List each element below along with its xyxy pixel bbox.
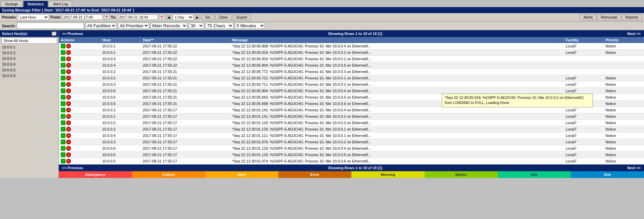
period-prev-btn[interactable]: ◀ [166,15,171,20]
action-green-icon[interactable]: ! [61,44,66,48]
action-green-icon[interactable]: ! [61,95,66,100]
period-next-btn[interactable]: ▶ [195,15,200,20]
action-red-icon[interactable]: ✕ [66,140,71,144]
facilities-select[interactable]: All Facilities Local7 [85,23,117,29]
action-green-icon[interactable]: ! [61,152,66,157]
sidebar-host-1[interactable]: 10.0.0.1 [0,44,58,50]
table-row[interactable]: !✕10.0.0.12017-09-21 17:55:22*Sep 22 12:… [59,43,644,49]
status-emergency[interactable]: Emergency [59,171,132,178]
cell-message[interactable]: *Sep 22 12:30:05.808: %OSPF-5-ADJCHG: Pr… [230,43,564,49]
col-actions[interactable]: Actions [59,37,100,43]
cell-message[interactable]: *Sep 22 12:30:01.133: %OSPF-5-ADJCHG: Pr… [230,152,564,158]
action-green-icon[interactable]: ! [61,63,66,68]
table-row[interactable]: !✕10.0.0.12017-09-21 17:55:17*Sep 22 12:… [59,113,644,120]
table-row[interactable]: !✕10.0.0.22017-09-21 17:55:17*Sep 22 12:… [59,120,644,126]
action-red-icon[interactable]: ✕ [66,146,71,151]
action-green-icon[interactable]: ! [61,57,66,61]
to-input[interactable] [118,14,158,20]
cell-message[interactable]: *Sep 22 12:30:05.711: %OSPF-5-ADJCHG: Pr… [230,81,564,88]
table-row[interactable]: !✕10.0.0.32017-09-21 17:55:21*Sep 22 12:… [59,81,644,88]
action-red-icon[interactable]: ✕ [66,82,71,87]
rows-select[interactable]: 30 50 100 [189,23,204,29]
action-green-icon[interactable]: ! [61,140,66,144]
action-red-icon[interactable]: ✕ [66,114,71,119]
presets-select[interactable]: Last Hour Last 24 Hours Last Week [18,14,49,20]
action-red-icon[interactable]: ✕ [66,88,71,93]
action-red-icon[interactable]: ✕ [66,44,71,48]
cell-message[interactable]: *Sep 22 12:30:05.804: %OSPF-5-ADJCHG: Pr… [230,62,564,69]
action-red-icon[interactable]: ✕ [66,50,71,55]
clear-button[interactable]: Clear [215,14,231,20]
refresh-select[interactable]: 5 Minutes 1 Minute No Refresh [235,23,265,29]
next-button-bottom[interactable]: Next >> [624,165,644,171]
table-row[interactable]: !✕10.0.0.12017-09-21 17:55:17*Sep 22 12:… [59,107,644,113]
cell-message[interactable]: *Sep 22 12:30:01.133: %OSPF-5-ADJCHG: Pr… [230,120,564,126]
action-red-icon[interactable]: ✕ [66,101,71,106]
action-green-icon[interactable]: ! [61,159,66,163]
action-green-icon[interactable]: ! [61,120,66,125]
status-notice[interactable]: Notice [425,171,498,178]
go-button[interactable]: Go [202,14,214,20]
cell-message[interactable]: *Sep 22 12:30:01.111: %OSPF-5-ADJCHG: Pr… [230,133,564,139]
action-green-icon[interactable]: ! [61,133,66,138]
view-select[interactable]: Main Records Detail Records [151,23,187,29]
removals-button[interactable]: Removals [597,14,621,20]
sidebar-scroll-up[interactable]: ▲ [52,32,56,36]
table-row[interactable]: !✕10.0.0.22017-09-21 17:55:21*Sep 22 12:… [59,75,644,81]
next-button-top[interactable]: Next >> [624,30,644,37]
action-red-icon[interactable]: ✕ [66,76,71,80]
table-row[interactable]: !✕10.0.0.12017-09-21 17:55:22*Sep 22 12:… [59,49,644,56]
table-row[interactable]: !✕10.0.0.42017-09-21 17:55:22*Sep 22 12:… [59,56,644,62]
action-red-icon[interactable]: ✕ [66,57,71,61]
tab-syslogs[interactable]: Syslogs [1,1,23,7]
action-red-icon[interactable]: ✕ [66,159,71,163]
action-red-icon[interactable]: ✕ [66,69,71,74]
sidebar-host-6[interactable]: 10.0.0.6 [0,73,58,79]
prev-button-top[interactable]: << Previous [59,30,86,37]
table-row[interactable]: !✕10.0.0.22017-09-21 17:55:21*Sep 22 12:… [59,69,644,75]
action-red-icon[interactable]: ✕ [66,95,71,100]
action-red-icon[interactable]: ✕ [66,127,71,132]
table-row[interactable]: !✕10.0.0.52017-09-21 17:55:17*Sep 22 12:… [59,158,644,165]
table-row[interactable]: !✕10.0.0.62017-09-21 17:55:17*Sep 22 12:… [59,152,644,158]
action-green-icon[interactable]: ! [61,50,66,55]
table-row[interactable]: !✕10.0.0.62017-09-21 17:55:17*Sep 22 12:… [59,145,644,152]
sidebar-show-all[interactable]: Show All Hosts [1,38,57,44]
prev-button-bottom[interactable]: << Previous [59,165,86,171]
col-message[interactable]: Message [230,37,564,43]
action-red-icon[interactable]: ✕ [66,108,71,112]
cell-message[interactable]: *Sep 22 12:30:05.772: %OSPF-5-ADJCHG: Pr… [230,69,564,75]
cell-message[interactable]: *Sep 22 12:30:01.133: %OSPF-5-ADJCHG: Pr… [230,145,564,152]
status-alert[interactable]: Alert [205,171,278,178]
tab-alert-log[interactable]: Alert Log [49,1,72,7]
cell-message[interactable]: *Sep 22 12:30:05.918: %OSPF-5-ADJCHG: Pr… [230,49,564,56]
action-red-icon[interactable]: ✕ [66,133,71,138]
cell-message[interactable]: *Sep 22 12:30:01.141: %OSPF-5-ADJCHG: Pr… [230,113,564,120]
tab-statistics[interactable]: Statistics [23,1,48,7]
priorities-select[interactable]: All Priorities Notice Warning [118,23,149,29]
alerts-button[interactable]: Alerts [579,14,596,20]
cell-message[interactable]: *Sep 22 12:30:05.721: %OSPF-5-ADJCHG: Pr… [230,75,564,81]
action-red-icon[interactable]: ✕ [66,152,71,157]
cell-message[interactable]: *Sep 22 12:30:01.076: %OSPF-5-ADJCHG: Pr… [230,139,564,145]
action-red-icon[interactable]: ✕ [66,120,71,125]
period-select[interactable]: 1 Day 1 Hour 1 Week [173,14,194,20]
export-button[interactable]: Export [233,14,251,20]
action-red-icon[interactable]: ✕ [66,63,71,68]
cell-message[interactable]: *Sep 22 12:30:05.804: %OSPF-5-ADJCHG: Pr… [230,88,564,94]
action-green-icon[interactable]: ! [61,76,66,80]
col-host[interactable]: Host [100,37,141,43]
cell-message[interactable]: *Sep 22 12:30:01.074: %OSPF-5-ADJCHG: Pr… [230,158,564,165]
sidebar-host-5[interactable]: 10.0.0.5 [0,67,58,73]
action-green-icon[interactable]: ! [61,114,66,119]
sidebar-host-3[interactable]: 10.0.0.3 [0,56,58,62]
status-critical[interactable]: Critical [132,171,205,178]
cell-message[interactable]: *Sep 22 12:30:05.833: %OSPF-5-ADJCHG: Pr… [230,56,564,62]
action-green-icon[interactable]: ! [61,108,66,112]
col-date[interactable]: Date** [141,37,230,43]
table-row[interactable]: !✕10.0.0.62017-09-21 17:55:21*Sep 22 12:… [59,88,644,94]
sidebar-host-4[interactable]: 10.0.0.4 [0,62,58,67]
sidebar-host-2[interactable]: 10.0.0.2 [0,50,58,56]
table-row[interactable]: !✕10.0.0.42017-09-21 17:55:17*Sep 22 12:… [59,133,644,139]
table-row[interactable]: !✕10.0.0.42017-09-21 17:55:22*Sep 22 12:… [59,62,644,69]
